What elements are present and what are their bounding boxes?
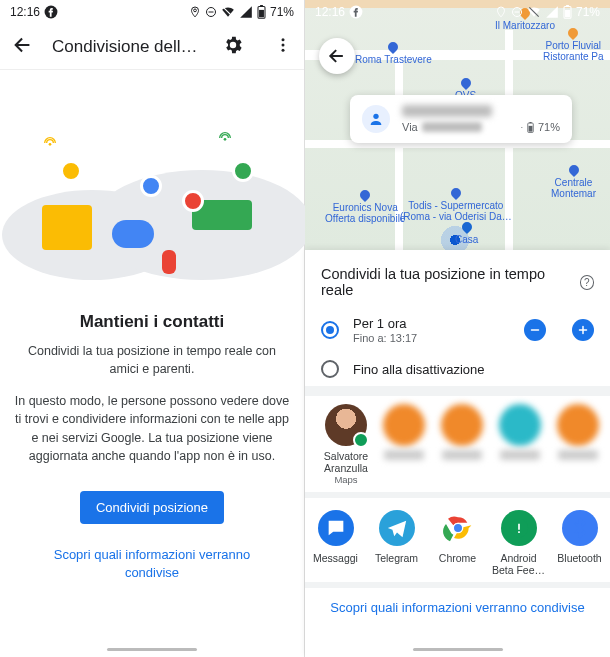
- topbar: Condivisione della posi…: [0, 24, 304, 70]
- status-battery: 71%: [270, 5, 294, 19]
- status-bar: 12:16 71%: [0, 0, 304, 24]
- location-card-meta: Via · 71%: [402, 105, 560, 133]
- battery-icon: [527, 122, 534, 133]
- svg-point-6: [282, 44, 285, 47]
- contacts-row[interactable]: Salvatore AranzullaMaps: [305, 396, 610, 492]
- location-card[interactable]: Via · 71%: [350, 95, 572, 143]
- wifi-off-icon: [221, 5, 235, 19]
- share-bottom-sheet: Condividi la tua posizione in tempo real…: [305, 250, 610, 657]
- map-poi[interactable]: Todis - Supermercato(Roma - via Oderisi …: [400, 188, 512, 222]
- illustration: [0, 100, 304, 300]
- app-item-bluetooth[interactable]: Bluetooth: [551, 510, 609, 576]
- more-icon[interactable]: [274, 36, 292, 57]
- dnd-icon: [511, 6, 523, 18]
- app-item-chrome[interactable]: Chrome: [429, 510, 487, 576]
- app-label: Chrome: [429, 552, 487, 564]
- option-hour-label: Per 1 ora: [353, 316, 510, 331]
- map-poi[interactable]: Casa: [455, 222, 478, 245]
- maps-badge-icon: [353, 432, 369, 448]
- map-poi[interactable]: Porto FluvialRistorante Pa: [543, 28, 604, 62]
- dnd-icon: [205, 6, 217, 18]
- battery-icon: [563, 5, 572, 19]
- contact-item[interactable]: Salvatore AranzullaMaps: [317, 404, 375, 486]
- contact-item[interactable]: [375, 404, 433, 486]
- learn-more-link[interactable]: Scopri quali informazioni verranno condi…: [305, 588, 610, 627]
- apps-row[interactable]: MessaggiTelegramChromeAndroid Beta Fee…B…: [305, 498, 610, 582]
- description-2: In questo modo, le persone possono veder…: [0, 392, 304, 465]
- signal-icon: [239, 5, 253, 19]
- status-bar: 12:16 71%: [305, 0, 610, 24]
- svg-rect-13: [566, 5, 569, 6]
- contact-item[interactable]: [491, 404, 549, 486]
- telegram-icon: [379, 510, 415, 546]
- app-item-telegram[interactable]: Telegram: [368, 510, 426, 576]
- svg-point-7: [282, 49, 285, 52]
- option-hour[interactable]: Per 1 ora Fino a: 13:17: [305, 308, 610, 352]
- back-icon[interactable]: [12, 34, 34, 59]
- card-battery: 71%: [538, 121, 560, 133]
- nav-pill: [107, 648, 197, 651]
- app-label: Bluetooth: [551, 552, 609, 564]
- contact-name: Salvatore Aranzulla: [317, 450, 375, 474]
- back-button[interactable]: [319, 38, 355, 74]
- location-icon: [189, 6, 201, 18]
- app-label: Telegram: [368, 552, 426, 564]
- svg-point-5: [282, 38, 285, 41]
- location-icon: [495, 6, 507, 18]
- page-title: Condivisione della posi…: [52, 37, 204, 57]
- increase-button[interactable]: [572, 319, 594, 341]
- map-poi[interactable]: Roma Trastevere: [355, 42, 432, 65]
- contact-name: [500, 450, 540, 460]
- contact-item[interactable]: [549, 404, 607, 486]
- battery-icon: [257, 5, 266, 19]
- bluetooth-icon: [562, 510, 598, 546]
- app-item-messages[interactable]: Messaggi: [307, 510, 365, 576]
- gear-icon[interactable]: [222, 34, 244, 59]
- radio-unselected-icon[interactable]: [321, 360, 339, 378]
- app-item-feedback[interactable]: Android Beta Fee…: [490, 510, 548, 576]
- share-location-button[interactable]: Condividi posizione: [80, 491, 224, 524]
- option-hour-sub: Fino a: 13:17: [353, 332, 510, 344]
- facebook-icon: [349, 5, 363, 19]
- contact-name: [442, 450, 482, 460]
- person-icon: [362, 105, 390, 133]
- help-icon[interactable]: ?: [580, 275, 595, 290]
- heading: Mantieni i contatti: [0, 312, 304, 332]
- screen-sharing-intro: 12:16 71% Condivisione della posi…: [0, 0, 305, 657]
- location-card-name-redacted: [402, 105, 492, 117]
- decrease-button[interactable]: [524, 319, 546, 341]
- app-label: Android Beta Fee…: [490, 552, 548, 576]
- facebook-icon: [44, 5, 58, 19]
- svg-rect-3: [260, 5, 263, 6]
- signal-icon: [545, 5, 559, 19]
- svg-point-8: [49, 143, 52, 146]
- contact-name: [558, 450, 598, 460]
- radio-selected-icon[interactable]: [321, 321, 339, 339]
- svg-point-15: [373, 114, 378, 119]
- map-poi[interactable]: Centrale Montemar: [537, 165, 610, 199]
- separator: [305, 386, 610, 396]
- messages-icon: [318, 510, 354, 546]
- nav-pill: [413, 648, 503, 651]
- wifi-off-icon: [527, 5, 541, 19]
- option-until-off[interactable]: Fino alla disattivazione: [305, 352, 610, 386]
- svg-rect-4: [259, 10, 264, 17]
- map-poi[interactable]: Euronics NovaOfferta disponibile: [325, 190, 405, 224]
- contact-item[interactable]: [433, 404, 491, 486]
- status-time: 12:16: [315, 5, 345, 19]
- contact-name: [384, 450, 424, 460]
- screen-share-sheet: Roma TrastevereIl MaritozzaroPorto Fluvi…: [305, 0, 610, 657]
- app-label: Messaggi: [307, 552, 365, 564]
- svg-rect-17: [529, 122, 531, 123]
- addr-prefix: Via: [402, 121, 418, 133]
- contact-sub: Maps: [317, 475, 375, 486]
- learn-more-link[interactable]: Scopri quali informazioni verranno condi…: [0, 546, 304, 582]
- svg-point-9: [224, 138, 227, 141]
- feedback-icon: [501, 510, 537, 546]
- svg-rect-14: [565, 10, 570, 17]
- svg-rect-18: [529, 125, 533, 131]
- addr-redacted: [422, 122, 482, 132]
- chrome-icon: [440, 510, 476, 546]
- sheet-title-row: Condividi la tua posizione in tempo real…: [305, 250, 610, 308]
- status-time: 12:16: [10, 5, 40, 19]
